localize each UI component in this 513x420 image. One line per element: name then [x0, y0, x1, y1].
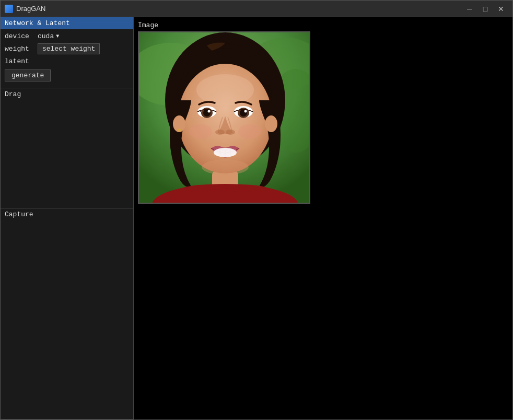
main-window: DragGAN ─ □ ✕ Network & Latent device cu… [0, 0, 513, 420]
title-bar: DragGAN ─ □ ✕ [1, 1, 512, 17]
network-latent-section: Network & Latent device cuda ▼ weight se… [1, 17, 133, 88]
network-latent-header: Network & Latent [1, 17, 133, 29]
main-content: Image [134, 17, 512, 419]
title-bar-left: DragGAN [5, 5, 45, 13]
generate-button[interactable]: generate [5, 69, 51, 81]
title-bar-controls: ─ □ ✕ [462, 3, 508, 15]
weight-label: weight [5, 45, 33, 53]
face-svg [139, 32, 310, 204]
window-title: DragGAN [16, 5, 45, 13]
face-image-container [138, 31, 310, 204]
svg-point-23 [178, 129, 181, 132]
svg-point-17 [215, 130, 225, 135]
close-button[interactable]: ✕ [494, 3, 508, 15]
dropdown-arrow-icon: ▼ [56, 33, 59, 39]
image-area: Image [134, 17, 512, 208]
app-icon [5, 5, 13, 13]
minimize-button[interactable]: ─ [462, 3, 477, 15]
drag-section: Drag [1, 88, 133, 208]
capture-header: Capture [1, 208, 133, 220]
device-label: device [5, 32, 33, 40]
network-latent-body: device cuda ▼ weight select weight laten… [1, 29, 133, 88]
select-weight-button[interactable]: select weight [38, 43, 100, 54]
device-row: device cuda ▼ [5, 32, 129, 40]
capture-section: Capture [1, 208, 133, 419]
sidebar: Network & Latent device cuda ▼ weight se… [1, 17, 134, 419]
image-label: Image [138, 21, 508, 29]
svg-point-19 [189, 124, 212, 139]
svg-point-25 [202, 159, 249, 175]
maximize-button[interactable]: □ [478, 3, 493, 15]
content-area: Network & Latent device cuda ▼ weight se… [1, 17, 512, 419]
device-value: cuda [38, 32, 54, 40]
latent-label: latent [5, 57, 33, 65]
weight-row: weight select weight [5, 43, 129, 54]
svg-point-12 [208, 110, 211, 113]
svg-point-22 [265, 115, 277, 132]
svg-point-16 [244, 110, 247, 113]
svg-point-20 [238, 124, 261, 139]
drag-header: Drag [1, 88, 133, 100]
generate-row: generate [5, 68, 129, 81]
svg-point-8 [196, 74, 254, 106]
device-dropdown[interactable]: cuda ▼ [38, 32, 59, 40]
latent-row: latent [5, 57, 129, 65]
svg-point-18 [226, 130, 235, 135]
